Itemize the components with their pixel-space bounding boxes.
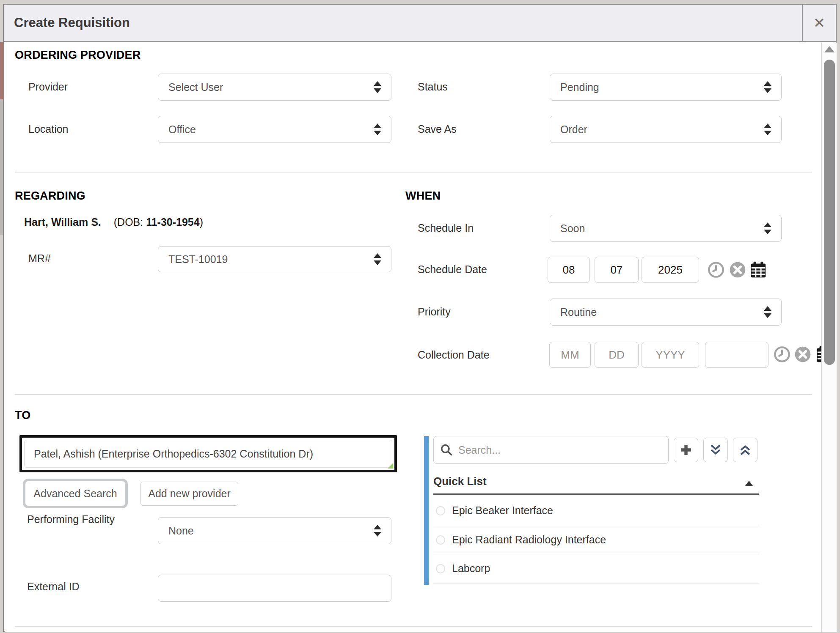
save-as-select[interactable]: Order [550, 116, 782, 143]
schedule-in-label: Schedule In [418, 222, 474, 234]
divider [15, 394, 812, 395]
recipient-selection-highlight: Patel, Ashish (Enterprise Orthopedics-63… [19, 435, 397, 472]
updown-arrows-icon [763, 222, 772, 234]
radio-button[interactable] [436, 564, 445, 573]
priority-label: Priority [418, 306, 451, 318]
add-new-provider-button[interactable]: Add new provider [140, 482, 238, 506]
radio-button[interactable] [436, 535, 445, 545]
provider-select[interactable]: Select User [158, 74, 391, 101]
dob-prefix: (DOB: [114, 216, 146, 228]
collection-date-label: Collection Date [418, 349, 490, 361]
close-button[interactable]: ✕ [802, 5, 836, 41]
directory-search [433, 436, 669, 464]
calendar-icon[interactable] [749, 259, 768, 280]
clock-icon[interactable] [774, 346, 790, 363]
collection-date-year-input[interactable] [642, 342, 699, 368]
collection-time-input[interactable] [705, 342, 768, 368]
schedule-in-select[interactable]: Soon [550, 215, 782, 242]
location-select[interactable]: Office [158, 116, 391, 143]
mr-label: MR# [28, 252, 51, 265]
updown-arrows-icon [373, 253, 382, 265]
resize-handle-icon[interactable] [388, 463, 393, 469]
advanced-search-button[interactable]: Advanced Search [25, 481, 126, 506]
divider [15, 626, 812, 627]
schedule-date-day-input[interactable] [595, 257, 639, 283]
patient-summary: Hart, William S.(DOB: 11-30-1954) [24, 216, 203, 228]
chevron-double-down-icon [708, 443, 723, 457]
schedule-date-year-input[interactable] [642, 257, 699, 283]
close-icon: ✕ [813, 14, 826, 31]
clear-icon[interactable] [794, 346, 811, 363]
divider [15, 172, 812, 173]
save-as-label: Save As [418, 123, 457, 135]
updown-arrows-icon [373, 81, 382, 93]
status-select[interactable]: Pending [550, 74, 782, 101]
search-input[interactable] [457, 444, 662, 457]
quick-list-item[interactable]: Epic Radiant Radiology Interface [452, 534, 606, 546]
chevron-double-up-icon [738, 443, 752, 457]
provider-label: Provider [28, 81, 68, 93]
clock-icon[interactable] [708, 261, 724, 278]
updown-arrows-icon [763, 81, 772, 93]
accent-bar [424, 436, 429, 585]
updown-arrows-icon [763, 306, 772, 318]
add-button[interactable] [674, 438, 698, 462]
location-label: Location [28, 123, 69, 135]
status-label: Status [418, 81, 448, 93]
scroll-up-arrow-icon[interactable] [824, 46, 834, 52]
mr-select[interactable]: TEST-10019 [158, 246, 391, 272]
background-fragment [0, 42, 3, 99]
schedule-date-month-input[interactable] [548, 257, 590, 283]
external-id-label: External ID [27, 581, 80, 593]
performing-facility-label: Performing Facility [27, 510, 129, 529]
clear-icon[interactable] [729, 261, 746, 278]
search-icon [440, 443, 453, 457]
collection-date-month-input[interactable] [549, 342, 591, 368]
dob-suffix: ) [200, 216, 203, 228]
updown-arrows-icon [763, 123, 772, 135]
double-chevron-up-button[interactable] [733, 438, 757, 462]
background-fragment [0, 99, 3, 235]
collection-date-day-input[interactable] [595, 342, 639, 368]
double-chevron-down-button[interactable] [703, 438, 728, 462]
dialog-title: Create Requisition [14, 5, 130, 41]
divider [433, 583, 759, 584]
plus-icon [679, 443, 693, 457]
performing-facility-select[interactable]: None [158, 517, 391, 544]
patient-name: Hart, William S. [24, 216, 101, 228]
radio-button[interactable] [436, 506, 445, 515]
schedule-date-label: Schedule Date [418, 263, 487, 276]
updown-arrows-icon [373, 525, 382, 537]
when-heading: WHEN [405, 189, 441, 203]
ordering-provider-heading: ORDERING PROVIDER [15, 49, 140, 62]
patient-dob: 11-30-1954 [146, 216, 200, 228]
updown-arrows-icon [373, 123, 382, 135]
quick-list-heading: Quick List [433, 475, 487, 488]
quick-list-underline [433, 493, 759, 495]
dialog-titlebar: Create Requisition ✕ [4, 5, 836, 42]
recipient-combobox[interactable]: Patel, Ashish (Enterprise Orthopedics-63… [24, 440, 392, 468]
quick-list-item[interactable]: Epic Beaker Interface [452, 504, 553, 517]
divider [433, 554, 759, 554]
regarding-heading: REGARDING [15, 189, 85, 203]
dialog-content: ORDERING PROVIDER Provider Select User L… [5, 43, 837, 632]
scrollbar[interactable] [821, 43, 837, 632]
scrollbar-thumb[interactable] [824, 60, 835, 365]
priority-select[interactable]: Routine [550, 299, 782, 326]
to-heading: TO [15, 409, 30, 422]
create-requisition-dialog: Create Requisition ✕ ORDERING PROVIDER P… [3, 4, 837, 632]
quick-list-item[interactable]: Labcorp [452, 562, 490, 575]
divider [433, 525, 759, 525]
collapse-quick-list-icon[interactable] [745, 481, 753, 486]
external-id-input[interactable] [158, 575, 391, 602]
